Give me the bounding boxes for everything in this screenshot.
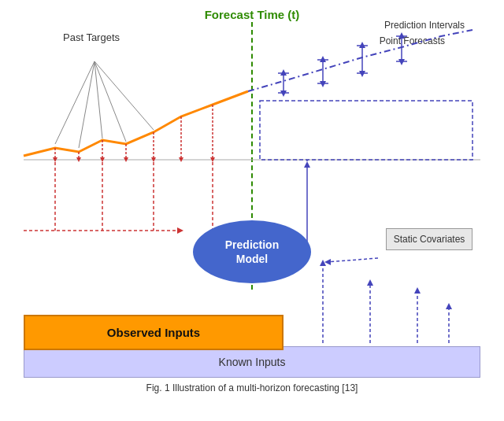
- chart-svg: [16, 22, 488, 396]
- svg-marker-52: [367, 279, 373, 286]
- svg-marker-39: [398, 59, 405, 65]
- svg-marker-38: [398, 32, 405, 39]
- forecast-time-label: Forecast Time (t): [205, 8, 300, 21]
- svg-marker-23: [280, 69, 287, 76]
- svg-marker-50: [320, 260, 326, 266]
- svg-marker-28: [320, 56, 326, 62]
- svg-marker-24: [280, 90, 287, 97]
- svg-marker-58: [304, 161, 310, 168]
- svg-marker-29: [320, 81, 326, 87]
- prediction-model: PredictionModel: [193, 220, 311, 283]
- svg-marker-48: [324, 259, 331, 265]
- svg-marker-34: [359, 71, 365, 77]
- svg-line-19: [94, 61, 154, 130]
- diagram-container: Forecast Time (t): [16, 8, 488, 393]
- svg-marker-33: [359, 42, 365, 48]
- svg-marker-56: [446, 303, 452, 309]
- svg-rect-40: [260, 101, 472, 160]
- svg-line-16: [79, 61, 94, 148]
- svg-marker-46: [177, 227, 183, 234]
- svg-line-15: [55, 61, 94, 144]
- svg-marker-54: [414, 287, 421, 294]
- svg-line-17: [94, 61, 102, 138]
- svg-line-47: [327, 258, 378, 262]
- svg-line-18: [94, 61, 126, 142]
